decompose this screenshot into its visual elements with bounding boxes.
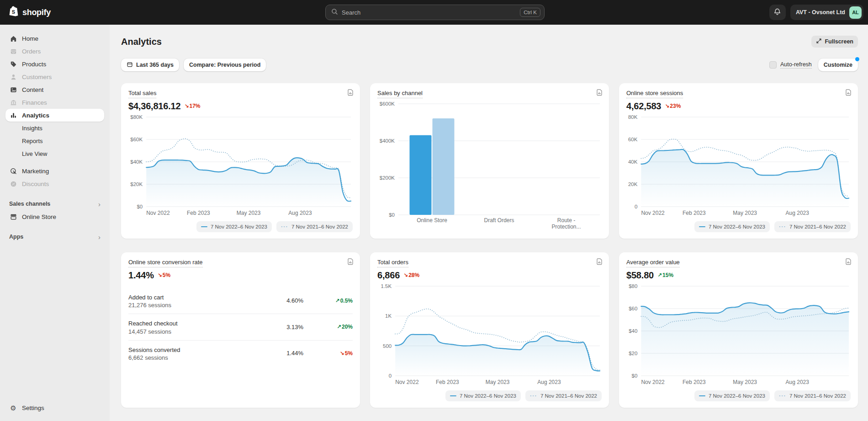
legend-current[interactable]: 7 Nov 2022–6 Nov 2023	[445, 390, 521, 401]
online-store-icon	[9, 213, 17, 221]
funnel-row-added-to-cart: Added to cart 21,276 sessions 4.60% ↗ 0.…	[128, 288, 353, 314]
account-menu[interactable]: AVT - Ovsonet Ltd AL	[790, 5, 863, 20]
svg-text:Nov 2022: Nov 2022	[641, 210, 665, 216]
sidebar-section-apps[interactable]: Apps ›	[5, 230, 104, 243]
sidebar-item-discounts[interactable]: Discounts	[5, 177, 104, 190]
svg-text:0: 0	[635, 204, 637, 209]
auto-refresh-checkbox[interactable]	[769, 61, 777, 69]
orders-icon	[9, 47, 17, 55]
svg-text:40K: 40K	[628, 159, 638, 165]
home-icon	[9, 34, 17, 43]
metric-value: $58.80	[626, 270, 654, 281]
metric-delta: ↘ 23%	[665, 103, 681, 109]
svg-text:May 2023: May 2023	[733, 379, 757, 385]
card-title[interactable]: Sales by channel	[377, 90, 423, 98]
solid-line-marker	[450, 395, 456, 397]
sidebar-item-products[interactable]: Products	[5, 58, 104, 70]
sidebar-item-settings[interactable]: ⚙ Settings	[5, 401, 104, 414]
legend-current[interactable]: 7 Nov 2022–6 Nov 2023	[694, 390, 770, 401]
sidebar-item-marketing[interactable]: Marketing	[5, 165, 104, 177]
card-title[interactable]: Total orders	[377, 259, 408, 267]
report-icon[interactable]	[845, 258, 852, 267]
conversion-funnel: Added to cart 21,276 sessions 4.60% ↗ 0.…	[128, 288, 353, 367]
svg-text:Aug 2023: Aug 2023	[288, 210, 312, 216]
customize-button[interactable]: Customize	[818, 59, 858, 71]
legend-previous[interactable]: ···7 Nov 2021–6 Nov 2022	[774, 221, 851, 232]
sidebar-item-content[interactable]: Content	[5, 83, 104, 96]
discounts-icon	[9, 180, 17, 188]
date-range-button[interactable]: Last 365 days	[121, 59, 179, 71]
auto-refresh-toggle[interactable]: Auto-refresh	[769, 61, 812, 69]
svg-text:Nov 2022: Nov 2022	[641, 379, 665, 385]
legend-previous[interactable]: ···7 Nov 2021–6 Nov 2022	[525, 390, 602, 401]
notification-dot	[855, 57, 859, 61]
metric-delta: ↘ 17%	[184, 103, 200, 109]
svg-text:Online Store: Online Store	[417, 217, 447, 224]
card-sales-by-channel: Sales by channel $0$200K$400K$600KOnline…	[370, 83, 609, 239]
sidebar-item-live-view[interactable]: Live View	[5, 147, 104, 160]
legend-current[interactable]: 7 Nov 2022–6 Nov 2023	[694, 221, 770, 232]
solid-line-marker	[699, 226, 705, 228]
metric-value: 6,866	[377, 270, 400, 281]
svg-text:$80: $80	[629, 283, 637, 289]
legend-current[interactable]: 7 Nov 2022–6 Nov 2023	[196, 221, 272, 232]
sidebar-item-customers[interactable]: Customers	[5, 70, 104, 83]
sidebar-item-orders[interactable]: Orders	[5, 45, 104, 58]
card-total-orders: Total orders 6,866 ↘ 28% 05001K1.5KNov 2…	[370, 252, 609, 408]
notifications-button[interactable]	[769, 5, 786, 20]
svg-text:Route -Protection...: Route -Protection...	[551, 217, 581, 230]
card-total-sales: Total sales $4,36,816.12 ↘ 17% $0$20K$40…	[121, 83, 360, 239]
analytics-icon	[9, 111, 17, 119]
svg-text:$60K: $60K	[130, 137, 143, 142]
report-icon[interactable]	[596, 89, 603, 98]
compare-button[interactable]: Compare: Previous period	[184, 59, 266, 71]
content-icon	[9, 85, 17, 94]
search-icon	[331, 8, 338, 17]
svg-text:$600K: $600K	[380, 101, 395, 107]
funnel-row-reached-checkout: Reached checkout 14,457 sessions 3.13% ↗…	[128, 314, 353, 340]
sidebar-item-online-store[interactable]: Online Store	[5, 210, 104, 223]
report-icon[interactable]	[596, 258, 603, 267]
topbar: S shopify Search Ctrl K AVT - Ovsonet Lt…	[0, 0, 868, 25]
sidebar-item-finances[interactable]: Finances	[5, 96, 104, 109]
legend-previous[interactable]: ···7 Nov 2021–6 Nov 2022	[276, 221, 353, 232]
report-icon[interactable]	[347, 89, 354, 98]
search-input[interactable]: Search Ctrl K	[325, 5, 545, 20]
report-icon[interactable]	[845, 89, 852, 98]
card-title[interactable]: Online store conversion rate	[128, 259, 203, 267]
svg-text:May 2023: May 2023	[486, 379, 510, 385]
search-shortcut: Ctrl K	[520, 8, 540, 17]
total-orders-chart: 05001K1.5KNov 2022Feb 2023May 2023Aug 20…	[377, 282, 602, 388]
svg-text:0: 0	[389, 373, 392, 378]
sidebar-section-sales-channels[interactable]: Sales channels ›	[5, 197, 104, 210]
sidebar-item-insights[interactable]: Insights	[5, 122, 104, 134]
card-title[interactable]: Total sales	[128, 90, 156, 98]
svg-text:May 2023: May 2023	[237, 210, 261, 216]
svg-text:500: 500	[383, 343, 392, 348]
metric-value: 1.44%	[128, 270, 154, 281]
solid-line-marker	[699, 395, 705, 397]
svg-text:Feb 2023: Feb 2023	[683, 210, 706, 216]
card-title[interactable]: Average order value	[626, 259, 680, 267]
page-title: Analytics	[121, 37, 162, 47]
metric-value: $4,36,816.12	[128, 101, 180, 112]
calendar-icon	[127, 61, 133, 69]
svg-text:Feb 2023: Feb 2023	[683, 379, 706, 385]
report-icon[interactable]	[347, 258, 354, 267]
sidebar-item-reports[interactable]: Reports	[5, 134, 104, 147]
svg-text:Nov 2022: Nov 2022	[395, 379, 419, 385]
fullscreen-button[interactable]: Fullscreen	[811, 36, 858, 48]
chevron-right-icon: ›	[98, 233, 101, 241]
chevron-right-icon: ›	[98, 200, 101, 208]
svg-text:$0: $0	[389, 212, 395, 218]
svg-text:Aug 2023: Aug 2023	[786, 210, 810, 216]
legend-previous[interactable]: ···7 Nov 2021–6 Nov 2022	[774, 390, 851, 401]
sidebar-item-home[interactable]: Home	[5, 32, 104, 45]
card-title[interactable]: Online store sessions	[626, 90, 683, 98]
sidebar-item-analytics[interactable]: Analytics	[5, 109, 104, 122]
marketing-icon	[9, 167, 17, 175]
svg-text:$0: $0	[137, 204, 143, 209]
solid-line-marker	[201, 226, 207, 228]
shopify-logo[interactable]: S shopify	[0, 5, 110, 19]
svg-text:$20K: $20K	[130, 181, 143, 187]
